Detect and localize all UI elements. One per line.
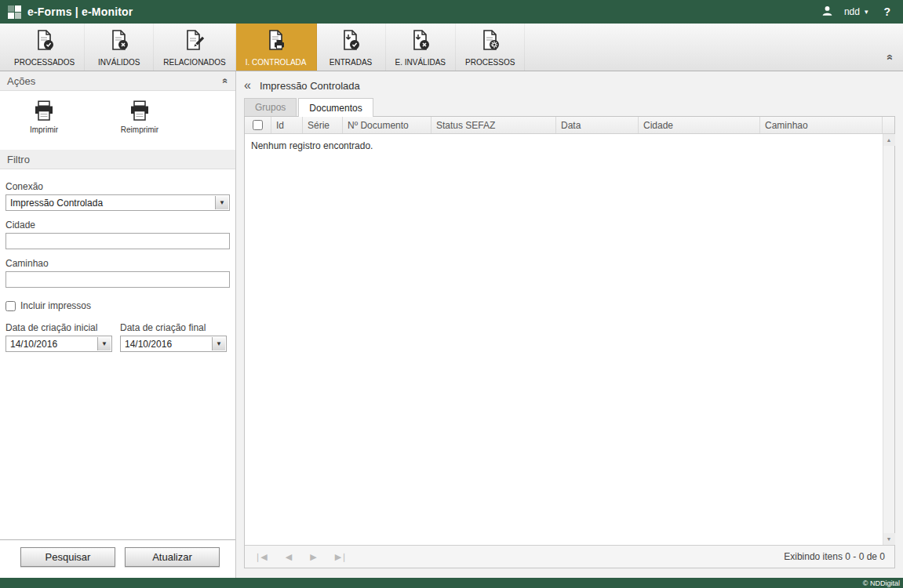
imprimir-button[interactable]: Imprimir <box>19 100 69 134</box>
acoes-panel-header[interactable]: Ações « <box>0 71 235 91</box>
cidade-label: Cidade <box>5 220 230 230</box>
content-header: « Impressão Controlada <box>244 75 895 96</box>
column-header-cidade[interactable]: Cidade <box>639 117 760 133</box>
toolbar-item-relacionados[interactable]: RELACIONADOS <box>154 24 235 71</box>
toolbar-item-processos[interactable]: PROCESSOS <box>456 24 525 71</box>
topbar-right: ndd ▾ ? <box>821 5 895 20</box>
toolbar-item-e-invalidas[interactable]: E. INVÁLIDAS <box>386 24 456 71</box>
toolbar-item-invalidos[interactable]: INVÁLIDOS <box>85 24 154 71</box>
scroll-down-icon[interactable]: ▼ <box>883 533 895 545</box>
reimprimir-button[interactable]: Reimprimir <box>115 100 165 134</box>
select-all-cell <box>245 117 271 133</box>
data-inicial-value: 14/10/2016 <box>10 339 57 350</box>
toolbar-collapse-button[interactable]: « <box>887 50 894 64</box>
imprimir-label: Imprimir <box>30 125 58 134</box>
toolbar-item-label: INVÁLIDOS <box>98 58 140 67</box>
first-page-button[interactable]: ❘◀ <box>254 552 267 562</box>
data-inicial-label: Data de criação inicial <box>5 322 112 333</box>
data-inicial-select[interactable]: 14/10/2016 ▼ <box>5 336 112 352</box>
tabs: Grupos Documentos <box>244 98 895 116</box>
document-in-check-icon <box>340 29 361 50</box>
bottom-footer: © NDDigital <box>0 578 903 588</box>
grid-footer: ❘◀ ◀ ▶ ▶❘ Exibindo itens 0 - 0 de 0 <box>245 545 894 568</box>
column-header-data[interactable]: Data <box>556 117 639 133</box>
incluir-impressos-row: Incluir impressos <box>5 300 230 311</box>
select-all-checkbox[interactable] <box>253 120 263 130</box>
filtro-title: Filtro <box>7 154 30 165</box>
toolbar-item-label: PROCESSADOS <box>14 58 75 67</box>
acoes-title: Ações <box>7 75 35 87</box>
tab-documentos[interactable]: Documentos <box>298 98 373 117</box>
document-gear-icon <box>480 29 501 50</box>
atualizar-button[interactable]: Atualizar <box>125 547 220 567</box>
chevron-down-icon: ▼ <box>215 196 228 209</box>
app-title: e-Forms | e-Monitor <box>27 5 133 18</box>
actions-row: Imprimir Reimprimir <box>0 91 235 150</box>
data-final-select[interactable]: 14/10/2016 ▼ <box>120 336 227 352</box>
cidade-input[interactable] <box>5 233 230 249</box>
conexao-select[interactable]: Impressão Controlada ▼ <box>5 194 230 211</box>
content-panel: « Impressão Controlada Grupos Documentos… <box>236 71 903 578</box>
user-name: ndd <box>844 6 860 17</box>
last-page-button[interactable]: ▶❘ <box>335 552 348 562</box>
toolbar-item-processados[interactable]: PROCESSADOS <box>5 24 85 71</box>
empty-message: Nenhum registro encontrado. <box>245 134 883 545</box>
content-title: Impressão Controlada <box>260 80 360 92</box>
reimprimir-label: Reimprimir <box>121 125 158 134</box>
filter-form: Conexão Impressão Controlada ▼ Cidade Ca… <box>0 169 235 352</box>
sidebar-footer: Pesquisar Atualizar <box>0 539 235 578</box>
column-header-caminhao[interactable]: Caminhao <box>760 117 883 133</box>
data-final-field: Data de criação final 14/10/2016 ▼ <box>120 322 227 352</box>
printer-icon <box>32 100 56 123</box>
document-in-x-icon <box>410 29 431 50</box>
scroll-up-icon[interactable]: ▲ <box>883 134 895 146</box>
column-header-n-documento[interactable]: Nº Documento <box>343 117 431 133</box>
toolbar-item-label: ENTRADAS <box>330 58 372 67</box>
dates-row: Data de criação inicial 14/10/2016 ▼ Dat… <box>5 322 230 352</box>
toolbar-item-i-controlada[interactable]: I. CONTROLADA <box>236 24 317 71</box>
top-header: e-Forms | e-Monitor ndd ▾ ? <box>0 0 903 24</box>
data-final-value: 14/10/2016 <box>125 339 172 350</box>
chevron-up-icon: « <box>220 78 231 84</box>
toolbar-item-label: I. CONTROLADA <box>246 58 307 67</box>
column-header-serie[interactable]: Série <box>303 117 343 133</box>
sidebar: Ações « Imprimir Reimprimir Filtro Conex… <box>0 71 236 578</box>
collapse-left-icon[interactable]: « <box>244 79 251 92</box>
documents-grid: Id Série Nº Documento Status SEFAZ Data … <box>244 116 895 568</box>
caminhao-input[interactable] <box>5 271 230 288</box>
toolbar-item-label: PROCESSOS <box>465 58 515 67</box>
pagination-status: Exibindo itens 0 - 0 de 0 <box>784 551 885 562</box>
main-area: Ações « Imprimir Reimprimir Filtro Conex… <box>0 71 903 578</box>
toolbar-item-entradas[interactable]: ENTRADAS <box>317 24 386 71</box>
app-logo-icon <box>8 5 21 19</box>
user-menu[interactable]: ndd ▾ <box>844 6 868 17</box>
incluir-impressos-checkbox[interactable] <box>5 301 16 311</box>
vertical-scrollbar[interactable]: ▲ ▼ <box>883 134 894 545</box>
prev-page-button[interactable]: ◀ <box>286 552 291 562</box>
document-check-icon <box>35 29 55 50</box>
chevron-down-icon: ▼ <box>212 337 225 350</box>
column-header-id[interactable]: Id <box>271 117 303 133</box>
grid-body: Nenhum registro encontrado. ▲ ▼ <box>245 134 894 545</box>
document-printer-icon <box>266 29 286 50</box>
next-page-button[interactable]: ▶ <box>310 552 315 562</box>
conexao-label: Conexão <box>5 181 230 192</box>
printer-icon <box>128 100 151 123</box>
chevron-down-icon: ▼ <box>97 337 111 350</box>
tab-grupos[interactable]: Grupos <box>244 98 297 116</box>
document-pencil-icon <box>184 29 205 50</box>
filtro-panel-header: Filtro <box>0 150 235 169</box>
pesquisar-button[interactable]: Pesquisar <box>20 547 115 567</box>
conexao-value: Impressão Controlada <box>10 198 103 209</box>
toolbar-item-label: RELACIONADOS <box>163 58 225 67</box>
column-header-status-sefaz[interactable]: Status SEFAZ <box>431 117 556 133</box>
help-button[interactable]: ? <box>879 5 895 18</box>
toolbar: PROCESSADOS INVÁLIDOS RELACIONADOS I. CO… <box>0 24 903 71</box>
chevron-down-icon: ▾ <box>865 8 868 16</box>
toolbar-item-label: E. INVÁLIDAS <box>395 58 446 67</box>
grid-header-corner <box>883 117 894 133</box>
incluir-impressos-label: Incluir impressos <box>20 300 91 311</box>
data-final-label: Data de criação final <box>120 322 227 333</box>
pager: ❘◀ ◀ ▶ ▶❘ <box>254 552 347 562</box>
grid-header: Id Série Nº Documento Status SEFAZ Data … <box>245 117 894 134</box>
